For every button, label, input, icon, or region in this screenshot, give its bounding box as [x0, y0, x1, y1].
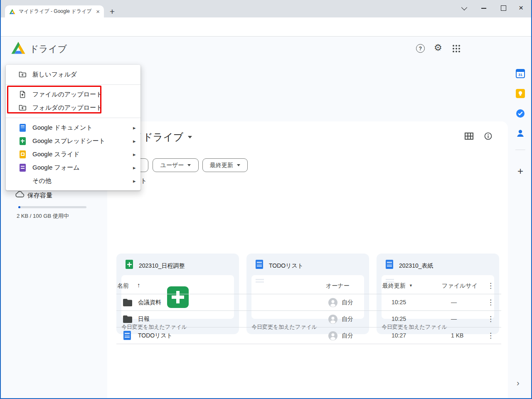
google-calendar-icon[interactable]: 31: [516, 69, 525, 78]
folder-icon: [123, 315, 132, 325]
doc-preview-lines: [256, 279, 264, 284]
sort-ascending-icon[interactable]: ↑: [137, 281, 140, 288]
owner-avatar-icon: [328, 331, 337, 342]
file-size: —: [451, 299, 457, 305]
owner-avatar-icon: [328, 315, 337, 325]
tab-close-icon[interactable]: ×: [96, 8, 100, 15]
minimize-button[interactable]: [481, 8, 486, 9]
annotation-highlight-box: [7, 86, 101, 113]
window-close-button[interactable]: ×: [519, 4, 523, 12]
file-row[interactable]: 日報 自分 10:25 — ⋮: [116, 311, 501, 327]
card-title: 202310_日程調整: [139, 262, 185, 270]
column-header-modified[interactable]: 最終更新: [382, 282, 406, 290]
file-row[interactable]: 会議資料 自分 10:25 — ⋮: [116, 294, 501, 310]
google-tasks-icon[interactable]: [516, 109, 525, 118]
submenu-caret-icon: ▸: [133, 151, 136, 158]
google-slides-icon: [18, 150, 27, 158]
menu-divider: [6, 118, 140, 118]
new-menu: 新しいフォルダ ファイルのアップロード フォルダのアップロード Google ド…: [6, 65, 140, 190]
modified-time: 10:25: [392, 299, 406, 305]
submenu-caret-icon: ▸: [133, 178, 136, 184]
tab-search-chevron-icon[interactable]: [462, 5, 466, 10]
storage-usage-text: 2 KB / 100 GB 使用中: [17, 212, 69, 220]
drive-logo-icon[interactable]: [11, 42, 26, 56]
menu-item-more[interactable]: その他 ▸: [6, 174, 140, 187]
maximize-button[interactable]: [501, 5, 506, 11]
chip-modified[interactable]: 最終更新: [202, 158, 248, 172]
drive-header: ドライブ ? ⚙ ECCS Cloud Mail Information Tec…: [0, 37, 532, 59]
tab-title: マイドライブ - Google ドライブ: [19, 8, 93, 15]
menu-item-new-folder[interactable]: 新しいフォルダ: [6, 68, 140, 81]
submenu-caret-icon: ▸: [133, 125, 136, 131]
folder-icon: [123, 299, 132, 308]
window-frame-left: [0, 0, 1, 399]
chip-label: ユーザー: [160, 162, 184, 169]
file-size: 1 KB: [451, 332, 463, 339]
owner-name: 自分: [342, 315, 353, 323]
menu-item-label: 新しいフォルダ: [32, 71, 77, 79]
new-folder-icon: [18, 70, 27, 79]
owner-avatar-icon: [328, 298, 337, 309]
google-forms-icon: [18, 164, 27, 172]
drive-app-name: ドライブ: [30, 43, 67, 55]
menu-item-google-docs[interactable]: Google ドキュメント ▸: [6, 121, 140, 134]
file-name: 日報: [138, 315, 150, 323]
google-docs-icon: [18, 124, 27, 132]
row-kebab-icon[interactable]: ⋮: [487, 315, 494, 323]
new-tab-button[interactable]: +: [107, 7, 117, 17]
grid-view-toggle-icon[interactable]: [465, 133, 473, 141]
column-header-size[interactable]: ファイルサイ: [442, 282, 478, 290]
column-header-owner[interactable]: オーナー: [326, 282, 350, 290]
settings-gear-icon[interactable]: ⚙: [434, 43, 442, 52]
rail-divider: [515, 150, 525, 150]
browser-toolbar: ← → drive.google.com/drive/my-drive ☆ U …: [0, 17, 532, 37]
google-contacts-icon[interactable]: [516, 129, 525, 138]
google-sheets-icon: [126, 260, 133, 269]
storage-progress-fill: [18, 206, 20, 208]
modified-time: 10:25: [392, 315, 406, 322]
svg-text:31: 31: [518, 73, 522, 77]
help-icon[interactable]: ?: [416, 44, 425, 53]
browser-tab[interactable]: マイドライブ - Google ドライブ ×: [5, 5, 104, 17]
owner-name: 自分: [342, 299, 353, 306]
submenu-caret-icon: ▸: [133, 138, 136, 144]
menu-item-label: Google ドキュメント: [32, 124, 93, 132]
browser-window: マイドライブ - Google ドライブ × + × ← → drive.goo…: [0, 0, 532, 399]
file-name: 会議資料: [138, 299, 161, 306]
google-keep-icon[interactable]: [516, 89, 525, 98]
sort-descending-caret-icon[interactable]: ▼: [409, 283, 413, 288]
storage-cloud-icon[interactable]: [15, 191, 25, 200]
storage-progress-bar: [18, 206, 86, 208]
chevron-down-icon: [187, 164, 191, 166]
file-size: —: [451, 315, 457, 322]
row-kebab-icon[interactable]: ⋮: [487, 332, 494, 339]
google-docs-icon: [386, 260, 393, 269]
list-options-kebab-icon[interactable]: ⋮: [487, 282, 494, 289]
chip-label: 最終更新: [210, 162, 233, 169]
chip-people[interactable]: ユーザー: [153, 158, 199, 172]
title-caret-icon: [188, 136, 192, 138]
column-header-name[interactable]: 名前: [117, 282, 129, 290]
browser-titlebar: マイドライブ - Google ドライブ × + ×: [0, 0, 532, 17]
google-docs-icon: [123, 331, 131, 340]
info-icon[interactable]: [484, 132, 492, 142]
menu-item-google-slides[interactable]: Google スライド ▸: [6, 148, 140, 161]
suggested-section-label: ト: [140, 177, 147, 185]
google-sheets-icon: [18, 137, 27, 145]
google-docs-icon: [256, 260, 263, 269]
file-row[interactable]: TODOリスト 自分 10:27 1 KB ⋮: [116, 328, 501, 344]
storage-label[interactable]: 保存容量: [27, 192, 52, 200]
google-apps-grid-icon[interactable]: [453, 45, 460, 52]
menu-item-google-sheets[interactable]: Google スプレッドシート ▸: [6, 134, 140, 148]
card-title: 202310_表紙: [399, 262, 433, 270]
row-kebab-icon[interactable]: ⋮: [487, 299, 494, 306]
menu-item-google-forms[interactable]: Google フォーム ▸: [6, 161, 140, 174]
menu-item-label: Google スライド: [32, 150, 80, 158]
submenu-caret-icon: ▸: [133, 165, 136, 171]
row-divider: [116, 344, 501, 344]
file-name: TODOリスト: [138, 332, 172, 340]
show-side-panel-chevron-icon[interactable]: ›: [517, 378, 520, 388]
get-addons-plus-icon[interactable]: +: [516, 166, 525, 176]
modified-time: 10:27: [392, 332, 406, 339]
chevron-down-icon: [237, 164, 240, 166]
